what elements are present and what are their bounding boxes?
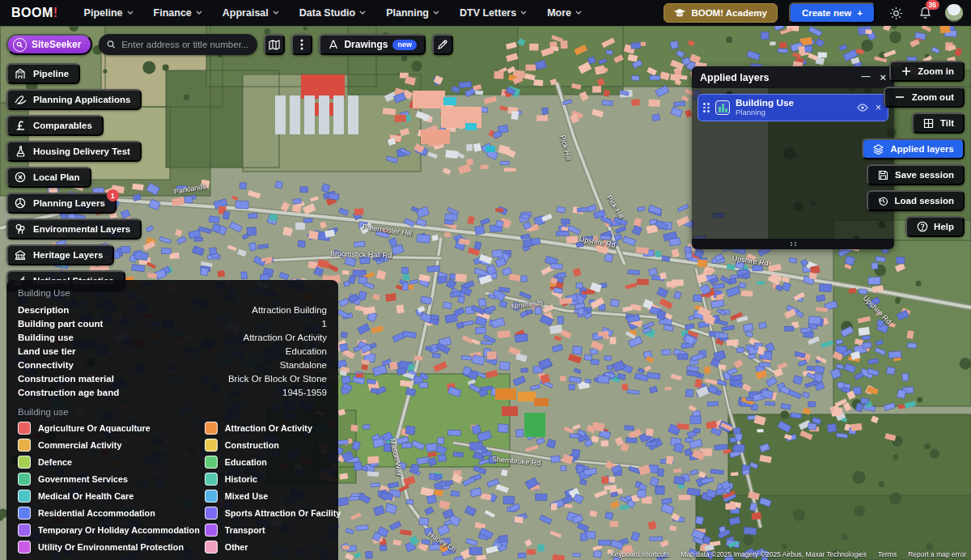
signature-pen-icon (13, 92, 28, 107)
zoom-out-button[interactable]: Zoom out (884, 87, 965, 108)
history-icon (877, 196, 889, 206)
panel-resize-handle[interactable] (692, 239, 894, 249)
layer-category: Planning (736, 108, 851, 117)
legend-swatch (18, 524, 31, 537)
info-row: Construction materialBrick Or Block Or S… (18, 371, 327, 385)
address-search (99, 34, 257, 55)
measure-button[interactable] (432, 34, 453, 55)
tree-icon (13, 222, 28, 236)
user-avatar[interactable] (945, 4, 963, 22)
legend-item: Construction (205, 439, 341, 452)
legend-item: Utility Or Environmental Protection (18, 541, 200, 554)
layer-sidebar: Pipeline Planning Applications Comparabl… (6, 63, 142, 291)
sidebar-item-housing-delivery-test[interactable]: Housing Delivery Test (6, 141, 142, 162)
tilt-button[interactable]: Tilt (912, 112, 965, 134)
legend-item: Temporary Or Holiday Accommodation (18, 524, 200, 537)
boom-logo[interactable]: BOOM! (11, 6, 58, 20)
legend-swatch (18, 422, 31, 435)
legend-swatch (205, 541, 218, 554)
planning-layers-badge: 1 (107, 189, 119, 202)
notifications-button[interactable]: 35 (916, 4, 934, 22)
save-icon (877, 170, 889, 180)
info-row: Building part count1 (18, 316, 327, 330)
legend-swatch (18, 541, 31, 554)
create-new-button[interactable]: Create new+ (789, 2, 876, 23)
nav-item-data-studio[interactable]: Data Studio (299, 7, 366, 19)
info-row: DescriptionAttraction Building (18, 303, 327, 316)
layer-thumbnail-icon (715, 100, 730, 115)
layer-name: Building Use (736, 98, 851, 109)
kebab-menu-icon (300, 39, 303, 50)
theme-toggle-button[interactable] (887, 4, 905, 22)
legend-item: Mixed Use (205, 490, 341, 503)
nav-item-planning[interactable]: Planning (386, 7, 439, 19)
siteseeker-icon (13, 38, 27, 52)
map-data-credit: Map data ©2025 Imagery ©2025 Airbus, Max… (681, 550, 867, 558)
sidebar-item-planning-applications[interactable]: Planning Applications (6, 89, 142, 110)
sidebar-item-comparables[interactable]: Comparables (6, 115, 104, 136)
nav-item-dtv-letters[interactable]: DTV Letters (460, 7, 527, 19)
legend-swatch (18, 473, 31, 486)
layer-item-building-use[interactable]: Building Use Planning × (698, 94, 888, 121)
more-options-button[interactable] (291, 34, 312, 55)
main-menu: Pipeline Finance Appraisal Data Studio P… (84, 7, 582, 19)
legend-swatch (205, 422, 218, 435)
plus-icon (900, 66, 912, 76)
drawings-button[interactable]: Drawings new (319, 34, 426, 55)
map-toolbar: SiteSeeker Drawings new (6, 34, 453, 55)
building-icon (13, 66, 28, 81)
map-controls: Zoom in Zoom out Tilt Applied layers Sav… (862, 61, 965, 237)
sidebar-item-pipeline[interactable]: Pipeline (6, 63, 80, 84)
nav-item-pipeline[interactable]: Pipeline (84, 7, 134, 19)
chevron-down-icon (433, 11, 439, 15)
nav-item-appraisal[interactable]: Appraisal (223, 7, 279, 19)
planning-layers-icon (13, 196, 28, 210)
info-row: Land use tierEducation (18, 344, 327, 358)
legend-swatch (205, 439, 218, 452)
sidebar-item-heritage-layers[interactable]: Heritage Layers (6, 244, 114, 265)
applied-layers-button[interactable]: Applied layers (862, 138, 965, 159)
academy-button[interactable]: BOOM! Academy (664, 3, 778, 23)
sidebar-item-local-plan[interactable]: Local Plan (6, 167, 91, 188)
load-session-button[interactable]: Load session (867, 190, 965, 211)
drag-handle-icon[interactable] (703, 103, 710, 112)
sidebar-item-planning-layers[interactable]: Planning Layers 1 (6, 193, 117, 214)
flask-icon (13, 144, 28, 159)
legend-swatch (205, 507, 218, 520)
chevron-down-icon (359, 11, 366, 15)
graduation-cap-icon (674, 9, 685, 18)
legend-swatch (18, 507, 31, 520)
new-badge: new (392, 40, 417, 50)
siteseeker-button[interactable]: SiteSeeker (6, 34, 92, 55)
terms-link[interactable]: Terms (878, 550, 897, 558)
search-input[interactable] (121, 40, 249, 49)
legend-item: Commercial Activity (18, 439, 200, 452)
info-row: ConnectivityStandalone (18, 358, 327, 371)
legend-item: Sports Attraction Or Facility (205, 507, 341, 520)
legend-swatch (205, 473, 218, 486)
legend-item: Agriculture Or Aquaculture (18, 422, 200, 435)
report-error-link[interactable]: Report a map error (908, 550, 966, 558)
sidebar-item-environmental-layers[interactable]: Environmental Layers (6, 218, 142, 240)
map-viewport[interactable]: Parklands Pick Hill Pick Hill Upshire Rd… (0, 26, 971, 560)
minus-icon (894, 92, 906, 102)
map-icon (269, 40, 280, 50)
help-button[interactable]: Help (905, 216, 965, 237)
app-root: BOOM! Pipeline Finance Appraisal Data St… (0, 0, 971, 560)
basemap-button[interactable] (264, 34, 285, 55)
building-use-legend: Agriculture Or Aquaculture Attraction Or… (18, 422, 327, 554)
keyboard-shortcuts-link[interactable]: Keyboard shortcuts (610, 550, 669, 558)
legend-swatch (18, 490, 31, 503)
search-icon (107, 40, 116, 49)
save-session-button[interactable]: Save session (867, 164, 965, 185)
top-nav: BOOM! Pipeline Finance Appraisal Data St… (0, 0, 971, 26)
legend-item: Medical Or Health Care (18, 490, 200, 503)
zoom-in-button[interactable]: Zoom in (889, 61, 965, 82)
circle-x-icon (13, 170, 28, 185)
nav-item-finance[interactable]: Finance (154, 7, 202, 19)
legend-title: Building use (18, 407, 327, 417)
legend-swatch (205, 524, 218, 537)
nav-item-more[interactable]: More (547, 7, 582, 19)
map-attribution: Keyboard shortcuts Map data ©2025 Imager… (610, 550, 966, 558)
sun-icon (890, 7, 902, 19)
